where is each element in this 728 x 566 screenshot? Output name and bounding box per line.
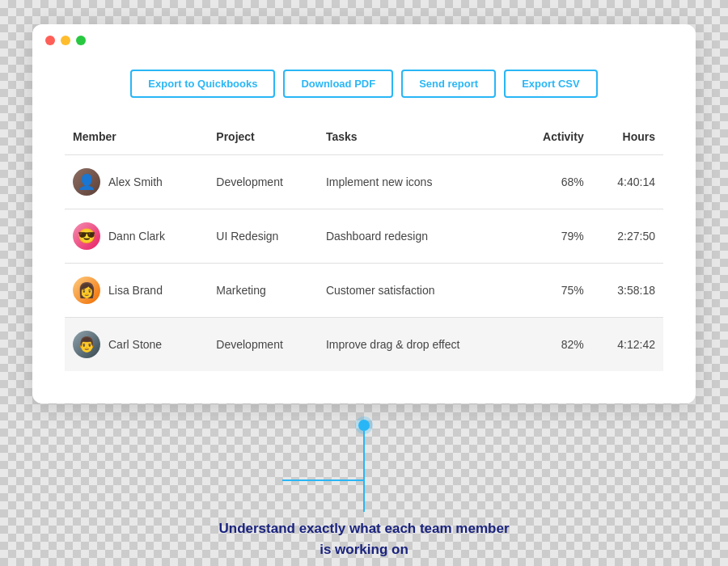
export-csv-button[interactable]: Export CSV — [504, 70, 598, 98]
member-cell: 👤 Alex Smith — [65, 155, 208, 209]
table-row: 👩 Lisa Brand Marketing Customer satisfac… — [65, 264, 663, 318]
callout-section: Understand exactly what each team member… — [32, 420, 696, 560]
send-report-button[interactable]: Send report — [401, 70, 496, 98]
col-header-tasks: Tasks — [318, 122, 516, 155]
table-row: 👨 Carl Stone Development Improve drag & … — [65, 318, 663, 372]
export-quickbooks-button[interactable]: Export to Quickbooks — [130, 70, 275, 98]
tasks-cell: Customer satisfaction — [318, 264, 516, 318]
hours-cell: 3:58:18 — [592, 264, 663, 318]
connector-vertical-line — [363, 431, 365, 479]
activity-cell: 68% — [516, 155, 591, 209]
member-name: Carl Stone — [108, 338, 162, 351]
caption-line2: is working on — [218, 539, 509, 560]
connector-dot — [358, 420, 370, 431]
activity-cell: 75% — [516, 264, 591, 318]
project-cell: Development — [208, 318, 318, 372]
col-header-activity: Activity — [516, 122, 591, 155]
avatar: 😎 — [73, 222, 100, 250]
data-table: Member Project Tasks Activity Hours 👤 Al… — [65, 122, 663, 371]
avatar: 👤 — [73, 168, 100, 196]
main-content: Export to Quickbooks Download PDF Send r… — [32, 53, 696, 403]
member-name: Dann Clark — [108, 230, 165, 243]
tasks-cell: Dashboard redesign — [318, 209, 516, 264]
caption-line1: Understand exactly what each team member — [218, 518, 509, 539]
avatar: 👨 — [73, 331, 100, 358]
table-row: 😎 Dann Clark UI Redesign Dashboard redes… — [65, 209, 663, 264]
hours-cell: 4:12:42 — [592, 318, 663, 372]
project-cell: Marketing — [208, 264, 318, 318]
close-button-dot[interactable] — [45, 36, 55, 45]
tasks-cell: Implement new icons — [318, 155, 516, 209]
member-name: Lisa Brand — [108, 284, 163, 297]
member-cell: 😎 Dann Clark — [65, 209, 208, 264]
toolbar: Export to Quickbooks Download PDF Send r… — [65, 70, 663, 98]
member-name: Alex Smith — [108, 175, 163, 188]
col-header-project: Project — [208, 122, 318, 155]
activity-cell: 82% — [516, 318, 591, 372]
title-bar — [32, 24, 696, 53]
table-row: 👤 Alex Smith Development Implement new i… — [65, 155, 663, 209]
tasks-cell: Improve drag & drop effect — [318, 318, 516, 372]
minimize-button-dot[interactable] — [61, 36, 70, 45]
member-cell: 👩 Lisa Brand — [65, 264, 208, 318]
member-cell: 👨 Carl Stone — [65, 318, 208, 372]
browser-window: Export to Quickbooks Download PDF Send r… — [32, 24, 696, 403]
connector — [358, 420, 370, 479]
bottom-caption: Understand exactly what each team member… — [218, 518, 509, 560]
maximize-button-dot[interactable] — [76, 36, 86, 45]
project-cell: Development — [208, 155, 318, 209]
col-header-hours: Hours — [592, 122, 663, 155]
download-pdf-button[interactable]: Download PDF — [283, 70, 393, 98]
avatar: 👩 — [73, 277, 100, 304]
col-header-member: Member — [65, 122, 208, 155]
hours-cell: 4:40:14 — [592, 155, 663, 209]
hours-cell: 2:27:50 — [592, 209, 663, 264]
activity-cell: 79% — [516, 209, 591, 264]
project-cell: UI Redesign — [208, 209, 318, 264]
